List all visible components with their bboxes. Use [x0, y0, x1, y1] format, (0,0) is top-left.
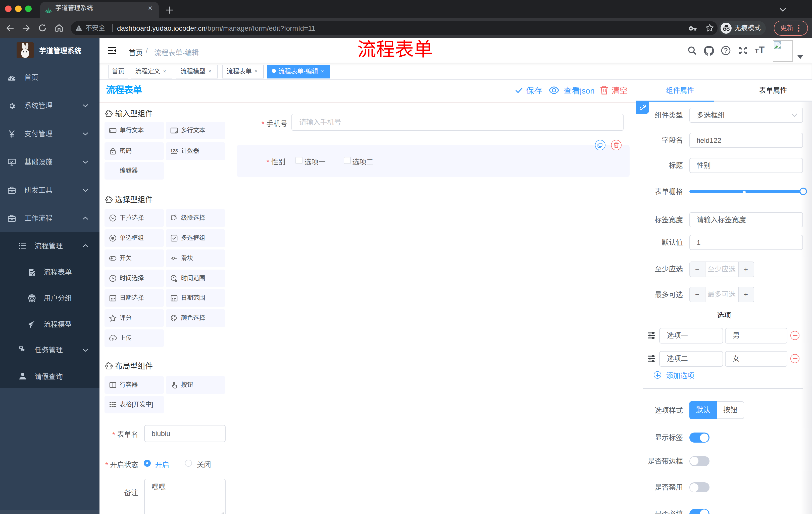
- svg-text:123: 123: [170, 148, 178, 154]
